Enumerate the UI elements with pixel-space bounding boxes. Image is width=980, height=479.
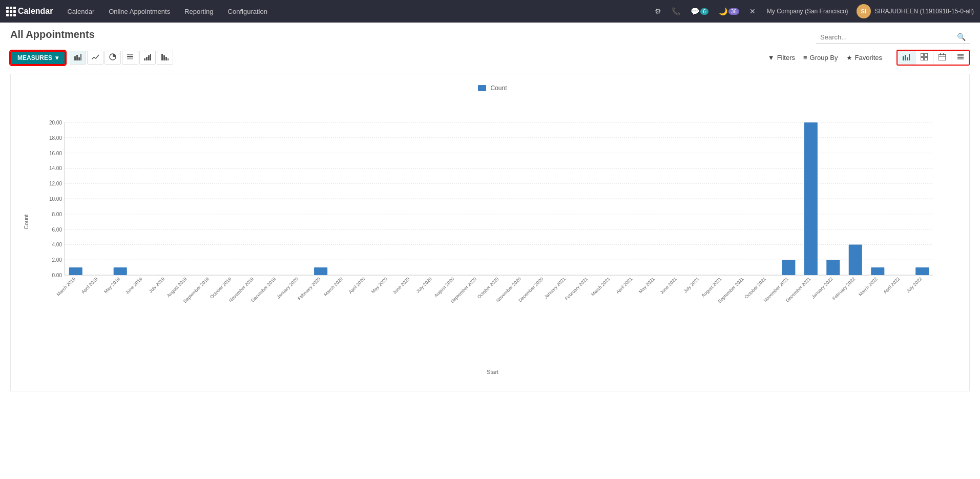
svg-text:May 2020: May 2020 [370, 276, 388, 294]
favorites-icon: ★ [846, 54, 852, 61]
chart-svg: 0.002.004.006.008.0010.0012.0014.0016.00… [41, 97, 944, 347]
svg-rect-22 [921, 57, 924, 60]
list-view-btn[interactable] [951, 51, 969, 65]
bar-chart-btn[interactable] [70, 51, 86, 65]
navbar: Calendar Calendar Online Appointments Re… [0, 0, 980, 23]
svg-text:February 2021: February 2021 [564, 276, 589, 301]
groupby-icon: ≡ [803, 54, 807, 61]
svg-text:April 2020: April 2020 [348, 276, 366, 295]
svg-rect-15 [168, 58, 169, 60]
legend-label: Count [490, 85, 507, 92]
svg-text:January 2021: January 2021 [543, 276, 567, 300]
svg-text:20.00: 20.00 [49, 120, 62, 126]
filter-icon: ▼ [768, 54, 775, 61]
svg-rect-8 [144, 58, 145, 60]
svg-text:October 2019: October 2019 [209, 276, 233, 300]
brand-label: Calendar [18, 7, 53, 16]
svg-text:October 2020: October 2020 [476, 276, 500, 300]
svg-rect-99 [871, 267, 884, 275]
svg-text:June 2019: June 2019 [124, 276, 143, 295]
chat-badge: 6 [700, 8, 708, 15]
filters-label: Filters [777, 54, 795, 61]
legend-color [478, 85, 486, 91]
chart-type-buttons [70, 51, 173, 65]
stack-chart-btn[interactable] [122, 51, 138, 65]
settings-icon[interactable]: ⚙ [652, 5, 664, 17]
svg-text:March 2019: March 2019 [55, 276, 76, 297]
svg-rect-3 [80, 54, 81, 60]
svg-rect-97 [849, 244, 862, 275]
chart-inner: Count 0.002.004.006.008.0010.0012.0014.0… [41, 97, 944, 347]
sort-asc-btn[interactable] [139, 51, 156, 65]
view-buttons [896, 50, 970, 66]
x-axis-label: Start [487, 369, 498, 375]
app-menu-icon[interactable] [6, 7, 16, 16]
svg-text:January 2022: January 2022 [810, 276, 834, 300]
calendar-view-btn[interactable] [933, 51, 951, 65]
bar-view-btn[interactable] [898, 51, 915, 65]
chart-legend: Count [41, 85, 944, 92]
svg-text:12.00: 12.00 [49, 181, 62, 186]
svg-text:January 2020: January 2020 [276, 276, 299, 300]
svg-text:August 2021: August 2021 [700, 276, 722, 298]
svg-text:10.00: 10.00 [49, 196, 62, 202]
nav-calendar[interactable]: Calendar [61, 0, 100, 23]
svg-rect-18 [907, 57, 908, 60]
grid-view-btn[interactable] [915, 51, 933, 65]
svg-text:April 2022: April 2022 [882, 276, 901, 295]
groupby-btn[interactable]: ≡ Group By [799, 52, 842, 64]
close-icon[interactable]: ✕ [746, 5, 759, 17]
filters-btn[interactable]: ▼ Filters [764, 52, 799, 64]
svg-text:2.00: 2.00 [52, 257, 62, 263]
title-row: All Appointments 🔍 [10, 29, 970, 46]
page-content: All Appointments 🔍 MEASURES ▾ [0, 23, 980, 398]
page-title: All Appointments [10, 29, 95, 40]
svg-rect-2 [78, 57, 80, 60]
company-name: My Company (San Francisco) [763, 8, 852, 15]
svg-rect-13 [163, 55, 165, 60]
y-axis-label: Count [23, 214, 29, 229]
svg-rect-10 [148, 55, 150, 60]
svg-text:May 2019: May 2019 [103, 276, 121, 294]
svg-text:August 2019: August 2019 [166, 276, 188, 298]
measures-label: MEASURES [17, 54, 52, 61]
svg-text:0.00: 0.00 [52, 273, 62, 278]
line-chart-btn[interactable] [87, 51, 103, 65]
svg-rect-16 [903, 56, 904, 60]
avatar[interactable]: SI [857, 4, 871, 18]
svg-text:February 2020: February 2020 [297, 276, 321, 301]
svg-rect-95 [826, 260, 840, 275]
svg-rect-6 [127, 54, 133, 55]
svg-text:May 2021: May 2021 [638, 276, 656, 294]
svg-text:April 2019: April 2019 [80, 276, 99, 295]
svg-rect-69 [314, 267, 327, 275]
chat-icon[interactable]: 💬6 [687, 5, 712, 17]
svg-rect-12 [161, 54, 163, 60]
chart-container: Count Count 0.002.004.006.008.0010.0012.… [10, 74, 970, 391]
nav-configuration[interactable]: Configuration [222, 0, 274, 23]
moon-icon[interactable]: 🌙36 [716, 5, 742, 17]
phone-icon[interactable]: 📞 [669, 5, 683, 17]
svg-text:July 2021: July 2021 [682, 276, 700, 294]
svg-rect-91 [782, 260, 795, 275]
sort-desc-btn[interactable] [157, 51, 173, 65]
svg-rect-23 [925, 57, 928, 60]
svg-text:March 2021: March 2021 [590, 276, 611, 297]
search-icon[interactable]: 🔍 [957, 33, 966, 41]
svg-rect-59 [114, 267, 127, 275]
moon-badge: 36 [728, 8, 739, 15]
svg-text:March 2022: March 2022 [858, 276, 879, 297]
measures-button[interactable]: MEASURES ▾ [10, 51, 66, 65]
navbar-right: ⚙ 📞 💬6 🌙36 ✕ My Company (San Francisco) … [652, 4, 974, 18]
search-input[interactable] [820, 33, 957, 41]
nav-online-appointments[interactable]: Online Appointments [102, 0, 176, 23]
svg-text:4.00: 4.00 [52, 242, 62, 247]
favorites-btn[interactable]: ★ Favorites [842, 52, 886, 64]
nav-reporting[interactable]: Reporting [178, 0, 219, 23]
svg-rect-14 [165, 57, 167, 60]
svg-text:July 2022: July 2022 [905, 276, 923, 294]
pie-chart-btn[interactable] [105, 51, 121, 65]
svg-text:February 2022: February 2022 [831, 276, 856, 301]
svg-text:August 2020: August 2020 [433, 276, 455, 298]
user-name: SIRAJUDHEEN (11910918-15-0-all) [875, 8, 974, 15]
